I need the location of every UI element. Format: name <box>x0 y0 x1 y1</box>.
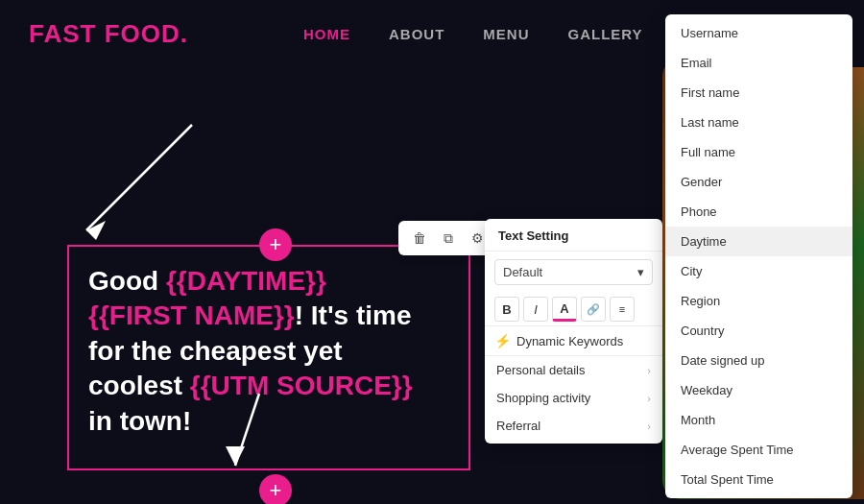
toolbar: 🗑 ⧉ ⚙ <box>398 221 498 255</box>
personal-details-label: Personal details <box>496 363 586 377</box>
font-dropdown[interactable]: Default ▾ <box>494 259 653 285</box>
duplicate-icon[interactable]: ⧉ <box>437 227 460 250</box>
brand-logo: FAST FOOD. <box>29 19 188 49</box>
personal-details-item[interactable]: Personal details › <box>485 356 662 384</box>
plus-button-bottom[interactable]: + <box>259 474 292 504</box>
content-text: Good {{DAYTIME}} {{FIRST NAME}}! It's ti… <box>88 264 449 439</box>
chevron-right-icon: › <box>647 365 651 376</box>
text-setting-panel: Text Setting Default ▾ B I A 🔗 ≡ ⚡ Dynam… <box>485 219 662 444</box>
dk-item-country[interactable]: Country <box>665 316 852 346</box>
text-color-button[interactable]: A <box>552 297 577 322</box>
chevron-right-icon-2: › <box>647 393 651 404</box>
referral-label: Referral <box>496 419 540 433</box>
dk-item-city[interactable]: City <box>665 256 852 286</box>
bold-button[interactable]: B <box>494 297 519 322</box>
formatting-toolbar: B I A 🔗 ≡ <box>485 293 662 326</box>
dk-item-region[interactable]: Region <box>665 286 852 316</box>
chevron-right-icon-3: › <box>647 420 651 432</box>
shopping-activity-item[interactable]: Shopping activity › <box>485 384 662 412</box>
dk-item-date-signed-up[interactable]: Date signed up <box>665 346 852 375</box>
dk-item-email[interactable]: Email <box>665 48 852 78</box>
align-button[interactable]: ≡ <box>610 297 635 322</box>
nav-link-home[interactable]: HOME <box>303 26 350 42</box>
dk-item-daytime[interactable]: Daytime <box>665 227 852 256</box>
dk-item-firstname[interactable]: First name <box>665 78 852 108</box>
dk-item-weekday[interactable]: Weekday <box>665 375 852 405</box>
delete-icon[interactable]: 🗑 <box>408 227 431 250</box>
brand-name: FAST FOOD <box>29 19 180 48</box>
dk-item-fullname[interactable]: Full name <box>665 137 852 167</box>
dynamic-keywords-label: Dynamic Keywords <box>516 334 623 348</box>
plus-button-top[interactable]: + <box>259 228 292 261</box>
brand-dot: . <box>180 19 188 48</box>
referral-item[interactable]: Referral › <box>485 412 662 440</box>
nav-links: HOME ABOUT MENU GALLERY <box>303 26 643 42</box>
italic-button[interactable]: I <box>523 297 548 322</box>
dk-item-phone[interactable]: Phone <box>665 197 852 227</box>
link-button[interactable]: 🔗 <box>581 297 606 322</box>
dynamic-keywords-panel: Username Email First name Last name Full… <box>665 14 852 498</box>
chevron-down-icon: ▾ <box>637 265 644 279</box>
dynamic-keywords-button[interactable]: ⚡ Dynamic Keywords <box>485 326 662 356</box>
dk-item-lastname[interactable]: Last name <box>665 108 852 137</box>
nav-link-about[interactable]: ABOUT <box>389 26 444 42</box>
utmsource-var: {{UTM SOURCE}} <box>190 371 413 400</box>
nav-link-gallery[interactable]: GALLERY <box>568 26 643 42</box>
dk-item-total-spent-time[interactable]: Total Spent Time <box>665 465 852 494</box>
font-dropdown-label: Default <box>503 265 542 279</box>
shopping-activity-label: Shopping activity <box>496 391 590 405</box>
firstname-var: {{FIRST NAME}} <box>88 300 295 330</box>
daytime-var: {{DAYTIME}} <box>166 266 326 296</box>
content-box: Good {{DAYTIME}} {{FIRST NAME}}! It's ti… <box>67 245 470 470</box>
bolt-icon: ⚡ <box>494 333 511 348</box>
dk-item-gender[interactable]: Gender <box>665 167 852 197</box>
text-setting-title: Text Setting <box>485 219 662 252</box>
dk-item-username[interactable]: Username <box>665 18 852 48</box>
nav-link-menu[interactable]: MENU <box>483 26 529 42</box>
dk-item-month[interactable]: Month <box>665 405 852 435</box>
dk-item-avg-spent-time[interactable]: Average Spent Time <box>665 435 852 465</box>
